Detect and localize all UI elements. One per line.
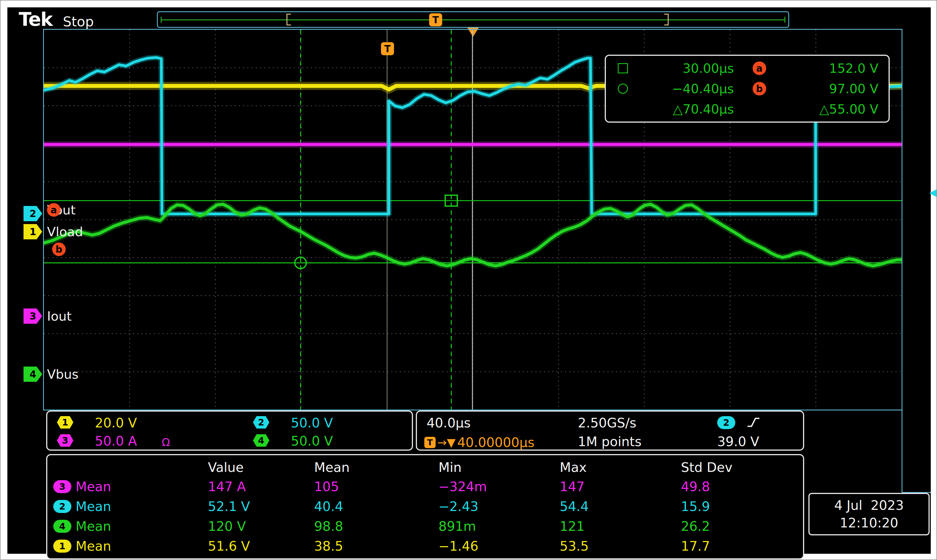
ch2-ground-marker[interactable]: 2 bbox=[23, 206, 42, 221]
measurement-table: Value Mean Min Max Std Dev 3 Mean 147 A … bbox=[46, 454, 804, 559]
meas-value: 52.1 V bbox=[208, 499, 314, 514]
datetime: 4 Jul 2023 12:10:20 bbox=[808, 493, 929, 535]
meas-value: 120 V bbox=[208, 518, 314, 534]
meas-mean: 105 bbox=[314, 479, 438, 494]
record-line bbox=[161, 19, 785, 20]
graticule: T 30.00µs a 152.0 V −40.40µs b 97.00 V △… bbox=[43, 29, 902, 411]
meas-stddev: 15.9 bbox=[681, 499, 803, 514]
col-value: Value bbox=[208, 460, 314, 475]
trigger-position-badge: T bbox=[429, 13, 442, 26]
ch4-badge[interactable]: 4 bbox=[253, 434, 269, 447]
trigger-delay-value: 40.00000µs bbox=[457, 435, 534, 450]
meas-value: 147 A bbox=[208, 479, 314, 494]
meas-stddev: 26.2 bbox=[681, 518, 803, 534]
meas-value: 51.6 V bbox=[208, 538, 314, 554]
ch1-label: Vload bbox=[47, 225, 83, 239]
time: 12:10:20 bbox=[809, 515, 928, 531]
ch2-scale: 50.0 V bbox=[291, 416, 333, 430]
date: 4 Jul 2023 bbox=[809, 498, 928, 513]
sample-rate: 2.50GS/s bbox=[578, 416, 637, 430]
ch4-scale: 50.0 V bbox=[291, 434, 333, 448]
cursor-delta-time: △70.40µs bbox=[635, 102, 734, 117]
cursor-b-track-badge: b bbox=[52, 243, 66, 256]
cursor-delta-row: △70.40µs △55.00 V bbox=[611, 102, 883, 117]
ch3-scale: 50.0 A bbox=[95, 434, 137, 448]
meas-mean: 98.8 bbox=[314, 518, 438, 534]
cursor-a-track-badge: a bbox=[47, 203, 61, 217]
measurement-header: Value Mean Min Max Std Dev bbox=[53, 458, 803, 477]
ch2-meas-badge: 2 bbox=[53, 500, 71, 513]
meas-max: 121 bbox=[560, 518, 681, 534]
cursor-a-row: 30.00µs a 152.0 V bbox=[611, 61, 883, 76]
ch3-meas-badge: 3 bbox=[53, 480, 71, 493]
meas-max: 53.5 bbox=[560, 538, 681, 554]
meas-stddev: 17.7 bbox=[681, 538, 803, 554]
trigger-source-badge[interactable]: 2 bbox=[717, 416, 735, 429]
meas-stddev: 49.8 bbox=[681, 479, 803, 494]
cursor-b-value: 97.00 V bbox=[785, 81, 879, 96]
acquisition-status: Stop bbox=[63, 14, 94, 29]
cursor-a-time: 30.00µs bbox=[635, 61, 734, 76]
cursor-readout: 30.00µs a 152.0 V −40.40µs b 97.00 V △70… bbox=[605, 55, 890, 123]
measurement-row-ch3: 3 Mean 147 A 105 −324m 147 49.8 bbox=[53, 477, 803, 497]
meas-mean: 40.4 bbox=[314, 499, 438, 514]
zoom-window-right-bracket[interactable] bbox=[664, 14, 669, 26]
ch2-badge[interactable]: 2 bbox=[253, 416, 269, 429]
meas-min: −324m bbox=[438, 479, 560, 494]
meas-max: 54.4 bbox=[560, 499, 681, 514]
delay-arrow-icon: →▼ bbox=[437, 436, 455, 449]
scope-screen: Tek Stop T T 30.00µs a 152.0 V bbox=[8, 8, 931, 554]
measurement-row-ch2: 2 Mean 52.1 V 40.4 −2.43 54.4 15.9 bbox=[53, 497, 803, 516]
measurement-row-ch1: 1 Mean 51.6 V 38.5 −1.46 53.5 17.7 bbox=[53, 536, 803, 556]
cursor-a-square-icon bbox=[618, 63, 628, 73]
meas-min: 891m bbox=[438, 518, 560, 534]
record-view-bar[interactable]: T bbox=[157, 11, 789, 28]
trigger-delay[interactable]: T →▼ 40.00000µs bbox=[424, 435, 534, 450]
record-start-tick bbox=[161, 17, 162, 23]
ch3-ground-marker[interactable]: 3 bbox=[23, 308, 42, 324]
cursor-delta-value: △55.00 V bbox=[785, 102, 879, 117]
ch1-ground-marker[interactable]: 1 bbox=[23, 224, 42, 239]
frame-extension-horizontal bbox=[902, 492, 931, 493]
horizontal-trigger-readout: 40.0µs 2.50GS/s 2 T →▼ 40.00000µs 1M poi… bbox=[416, 411, 804, 451]
col-max: Max bbox=[560, 460, 681, 475]
ch3-badge[interactable]: 3 bbox=[57, 434, 73, 447]
measurement-row-ch4: 4 Mean 120 V 98.8 891m 121 26.2 bbox=[53, 516, 803, 536]
zoom-window-left-bracket[interactable] bbox=[286, 14, 291, 26]
rising-edge-icon bbox=[747, 417, 760, 428]
ch4-meas-badge: 4 bbox=[53, 520, 71, 533]
meas-mean: 38.5 bbox=[314, 538, 438, 554]
record-length: 1M points bbox=[578, 435, 642, 448]
record-end-tick bbox=[784, 17, 785, 23]
ch4-ground-marker[interactable]: 4 bbox=[23, 366, 42, 382]
cursor-a-value: 152.0 V bbox=[785, 61, 879, 76]
timebase[interactable]: 40.0µs bbox=[426, 416, 471, 430]
meas-label: Mean bbox=[75, 479, 208, 494]
meas-min: −2.43 bbox=[438, 499, 560, 514]
meas-label: Mean bbox=[75, 518, 208, 534]
ch3-label: Iout bbox=[47, 309, 72, 324]
trigger-level-icon[interactable] bbox=[929, 188, 937, 198]
meas-max: 147 bbox=[560, 479, 681, 494]
oscilloscope-screenshot: Tek Stop T T 30.00µs a 152.0 V bbox=[0, 0, 937, 560]
cursor-b-circle-icon bbox=[618, 83, 628, 94]
frame-extension-vertical bbox=[902, 411, 902, 493]
cursor-b-time: −40.40µs bbox=[635, 81, 734, 96]
meas-min: −1.46 bbox=[438, 538, 560, 554]
meas-label: Mean bbox=[75, 499, 208, 514]
meas-label: Mean bbox=[75, 538, 208, 554]
col-min: Min bbox=[438, 460, 560, 475]
tek-logo: Tek bbox=[19, 9, 52, 30]
cursor-b-badge: b bbox=[752, 82, 766, 95]
col-stddev: Std Dev bbox=[681, 460, 803, 475]
trigger-time-badge: T bbox=[381, 42, 394, 55]
cursor-a-badge: a bbox=[752, 62, 766, 75]
ch1-badge[interactable]: 1 bbox=[57, 416, 73, 429]
ch3-impedance: Ω bbox=[162, 436, 170, 448]
trigger-delay-t-badge: T bbox=[424, 437, 435, 448]
channel-scale-readout: 1 20.0 V 2 50.0 V 3 50.0 A Ω 4 50.0 V bbox=[46, 411, 413, 451]
ch1-scale: 20.0 V bbox=[95, 416, 137, 430]
trigger-level[interactable]: 39.0 V bbox=[717, 435, 759, 448]
ch4-label: Vbus bbox=[47, 367, 78, 382]
ch1-meas-badge: 1 bbox=[53, 540, 71, 552]
